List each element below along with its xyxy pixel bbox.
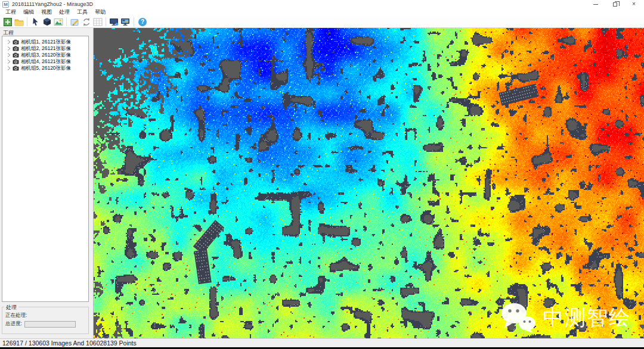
- select-arrow-icon: [31, 17, 41, 27]
- chevron-right-icon: [6, 66, 11, 71]
- monitor-export-icon: [109, 17, 119, 27]
- cube-3d-icon: [42, 17, 52, 27]
- edit-pencil-icon: [70, 17, 80, 27]
- monitor-view-button[interactable]: [120, 17, 131, 27]
- camera-icon: [13, 39, 19, 45]
- processing-current-label: 正在处理:: [5, 311, 85, 320]
- open-folder-icon: [14, 17, 24, 27]
- menu-item-tools[interactable]: 工具: [74, 8, 91, 17]
- restore-icon: [613, 2, 617, 7]
- select-tool-button[interactable]: [30, 17, 41, 27]
- tree-item-camera-group-4[interactable]: 相机组4, 26121张影像: [2, 58, 88, 65]
- refresh-button[interactable]: [80, 17, 92, 27]
- chevron-right-icon: [6, 59, 11, 64]
- open-folder-button[interactable]: [13, 17, 24, 27]
- menu-item-project[interactable]: 工程: [2, 8, 19, 17]
- point-cloud-canvas[interactable]: [94, 28, 644, 338]
- toolbar-separator: [66, 17, 67, 26]
- menu-item-process[interactable]: 处理: [56, 8, 73, 17]
- monitor-view-icon: [120, 17, 131, 27]
- project-sidebar: 工程 相机组1, 26121张影像 相机组2, 26121张影像 相机组3, 2…: [0, 28, 94, 338]
- processing-panel-header: 处理: [4, 304, 18, 311]
- restore-button[interactable]: [611, 1, 619, 8]
- toolbar-separator: [106, 17, 106, 26]
- help-button[interactable]: ?: [137, 17, 148, 27]
- svg-text:?: ?: [140, 18, 144, 25]
- project-tree: 相机组1, 26121张影像 相机组2, 26121张影像 相机组3, 2612…: [2, 36, 89, 302]
- tree-item-camera-group-2[interactable]: 相机组2, 26121张影像: [2, 45, 88, 52]
- viewport-3d: 中测智绘: [94, 28, 644, 338]
- status-text: 126917 / 130603 Images And 106028139 Poi…: [2, 339, 137, 347]
- grid-button[interactable]: [92, 17, 103, 27]
- new-project-icon: [3, 17, 13, 27]
- toolbar: ?: [0, 16, 644, 28]
- toolbar-separator: [134, 17, 134, 26]
- title-bar: M 20181111YangZhou2 - Mirauge3D ×: [0, 0, 644, 8]
- menu-item-edit[interactable]: 编辑: [20, 8, 37, 17]
- chevron-right-icon: [6, 46, 11, 51]
- minimize-icon: [593, 4, 598, 5]
- status-bar: 126917 / 130603 Images And 106028139 Poi…: [0, 338, 644, 347]
- camera-icon: [13, 59, 19, 64]
- application-window: M 20181111YangZhou2 - Mirauge3D × 工程 编辑 …: [0, 0, 644, 349]
- image-view-button[interactable]: [52, 17, 64, 27]
- tree-item-camera-group-5[interactable]: 相机组5, 26120张影像: [2, 65, 88, 71]
- tree-item-camera-group-3[interactable]: 相机组3, 26120张影像: [2, 52, 88, 58]
- menu-item-help[interactable]: 帮助: [92, 8, 109, 17]
- model-3d-button[interactable]: [41, 17, 52, 27]
- tree-item-label: 相机组5, 26120张影像: [21, 65, 71, 72]
- toolbar-separator: [27, 17, 27, 26]
- processing-panel: 处理 正在处理: 总进度:: [2, 307, 89, 334]
- menu-bar: 工程 编辑 视图 处理 工具 帮助: [0, 8, 644, 16]
- close-button[interactable]: ×: [630, 1, 638, 8]
- chevron-right-icon: [6, 52, 11, 58]
- monitor-export-button[interactable]: [109, 17, 120, 27]
- new-project-button[interactable]: [2, 17, 13, 27]
- help-icon: ?: [138, 17, 147, 27]
- app-logo-icon: M: [2, 1, 9, 8]
- tree-item-camera-group-1[interactable]: 相机组1, 26121张影像: [2, 39, 88, 45]
- minimize-button[interactable]: [592, 1, 600, 8]
- edit-button[interactable]: [69, 17, 80, 27]
- sidebar-header: 工程: [2, 28, 89, 36]
- menu-item-view[interactable]: 视图: [38, 8, 55, 17]
- window-title: 20181111YangZhou2 - Mirauge3D: [12, 1, 592, 7]
- camera-icon: [13, 46, 19, 51]
- camera-icon: [13, 66, 19, 71]
- progress-bar: [24, 321, 76, 328]
- camera-icon: [13, 52, 19, 58]
- progress-label: 总进度:: [5, 320, 22, 328]
- image-icon: [54, 17, 63, 27]
- chevron-right-icon: [6, 39, 11, 45]
- refresh-icon: [82, 17, 91, 27]
- grid-icon: [93, 17, 103, 27]
